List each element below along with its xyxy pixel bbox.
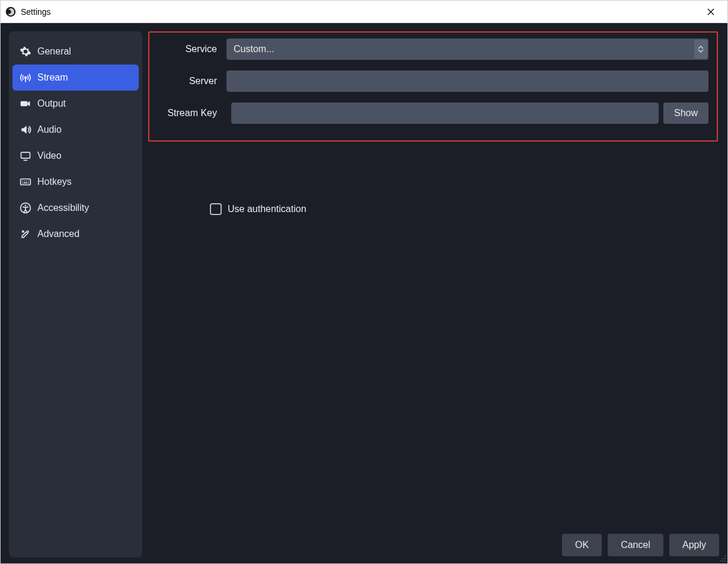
speaker-icon xyxy=(20,124,31,136)
ok-button[interactable]: OK xyxy=(562,534,602,556)
cancel-button[interactable]: Cancel xyxy=(608,534,663,556)
auth-row: Use authentication xyxy=(210,203,721,215)
dialog-buttons: OK Cancel Apply xyxy=(562,534,719,556)
accessibility-icon xyxy=(20,202,31,214)
camera-icon xyxy=(20,98,31,110)
tools-icon xyxy=(20,228,31,240)
body: General Stream Output xyxy=(1,23,727,563)
resize-grip-icon[interactable] xyxy=(718,554,726,562)
sidebar: General Stream Output xyxy=(9,31,142,557)
svg-rect-2 xyxy=(21,101,28,106)
svg-point-7 xyxy=(724,556,726,557)
sidebar-item-label: Advanced xyxy=(37,229,79,239)
sidebar-item-label: Output xyxy=(37,98,66,109)
gear-icon xyxy=(20,46,31,57)
svg-point-8 xyxy=(722,558,723,559)
service-select[interactable]: Custom... xyxy=(226,39,708,60)
sidebar-item-hotkeys[interactable]: Hotkeys xyxy=(12,169,139,195)
settings-window: Settings General xyxy=(0,0,728,564)
obs-icon xyxy=(5,7,16,17)
main-panel: Service Custom... Server Stream Key xyxy=(148,31,721,557)
service-label: Service xyxy=(158,44,217,55)
sidebar-item-label: Video xyxy=(37,150,62,161)
svg-point-6 xyxy=(25,205,27,207)
stream-key-row: Stream Key Show xyxy=(158,102,708,124)
sidebar-item-label: Audio xyxy=(37,124,62,135)
auth-checkbox[interactable] xyxy=(210,203,222,215)
service-row: Service Custom... xyxy=(158,39,708,60)
auth-label: Use authentication xyxy=(228,204,306,214)
sidebar-item-output[interactable]: Output xyxy=(12,91,139,117)
spinner-icon[interactable] xyxy=(694,40,707,59)
stream-key-label: Stream Key xyxy=(158,108,217,118)
titlebar: Settings xyxy=(1,1,727,23)
close-button[interactable] xyxy=(699,1,723,23)
server-input[interactable] xyxy=(226,70,708,92)
stream-key-input[interactable] xyxy=(231,102,659,124)
sidebar-item-accessibility[interactable]: Accessibility xyxy=(12,195,139,221)
server-row: Server xyxy=(158,70,708,92)
sidebar-item-label: General xyxy=(37,46,71,57)
svg-rect-3 xyxy=(21,152,30,158)
keyboard-icon xyxy=(20,176,31,188)
window-title: Settings xyxy=(21,7,51,17)
svg-point-10 xyxy=(720,560,721,562)
show-button[interactable]: Show xyxy=(663,102,708,124)
sidebar-item-video[interactable]: Video xyxy=(12,143,139,169)
titlebar-left: Settings xyxy=(5,7,51,17)
antenna-icon xyxy=(20,72,31,84)
sidebar-item-label: Accessibility xyxy=(37,203,89,213)
sidebar-item-advanced[interactable]: Advanced xyxy=(12,221,139,247)
sidebar-item-audio[interactable]: Audio xyxy=(12,117,139,143)
stream-settings-highlight: Service Custom... Server Stream Key xyxy=(148,31,718,142)
svg-point-9 xyxy=(724,558,726,559)
service-value: Custom... xyxy=(234,44,274,55)
monitor-icon xyxy=(20,150,31,162)
svg-point-12 xyxy=(724,560,726,562)
svg-rect-4 xyxy=(21,179,31,185)
sidebar-item-stream[interactable]: Stream xyxy=(12,65,139,91)
sidebar-item-label: Stream xyxy=(37,72,68,83)
sidebar-item-general[interactable]: General xyxy=(12,39,139,65)
server-label: Server xyxy=(158,76,217,86)
svg-point-11 xyxy=(722,560,723,562)
apply-button[interactable]: Apply xyxy=(669,534,719,556)
sidebar-item-label: Hotkeys xyxy=(37,177,72,187)
